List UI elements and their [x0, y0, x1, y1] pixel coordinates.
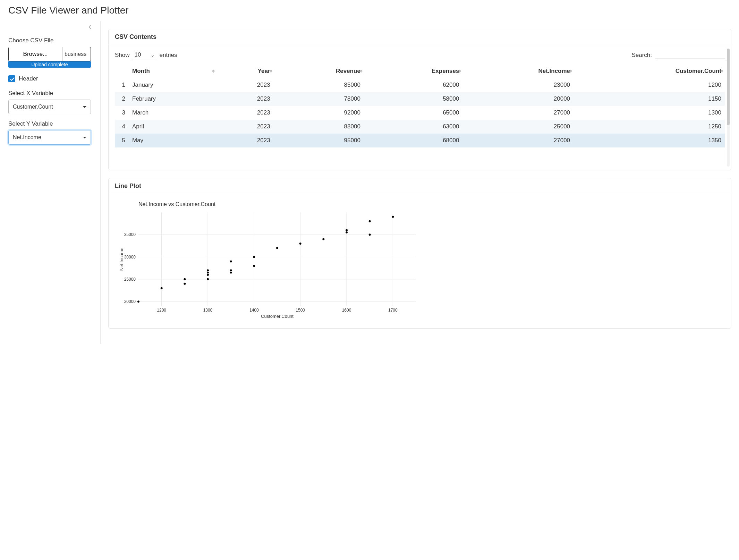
x-variable-label: Select X Variable [8, 90, 92, 97]
entries-value: 10 [135, 51, 141, 58]
table-cell: 92000 [274, 106, 364, 120]
table-cell: 78000 [274, 92, 364, 106]
table-cell: 27000 [462, 106, 574, 120]
table-cell: 65000 [364, 106, 463, 120]
svg-point-41 [369, 234, 371, 236]
sort-icon [569, 70, 572, 73]
search-input[interactable] [655, 51, 725, 59]
svg-point-36 [299, 243, 301, 245]
table-cell: 85000 [274, 78, 364, 92]
table-row[interactable]: 4April20238800063000250001250 [115, 120, 725, 134]
svg-text:1300: 1300 [203, 308, 213, 313]
svg-text:Customer.Count: Customer.Count [261, 314, 294, 319]
svg-text:1400: 1400 [249, 308, 259, 313]
row-index: 3 [115, 106, 129, 120]
upload-progress-bar: Upload complete [8, 61, 91, 68]
header-checkbox[interactable] [8, 75, 15, 82]
svg-point-33 [253, 256, 255, 258]
table-cell: 1300 [574, 106, 725, 120]
file-name-display: business [62, 47, 91, 61]
svg-point-22 [137, 300, 139, 303]
column-header[interactable]: Year [216, 64, 274, 78]
svg-point-38 [346, 229, 348, 231]
sort-icon [360, 70, 363, 73]
table-cell: 1150 [574, 92, 725, 106]
page-title: CSV File Viewer and Plotter [8, 5, 731, 16]
table-cell: April [129, 120, 216, 134]
scrollbar-thumb[interactable] [727, 49, 730, 125]
column-header[interactable]: Revenue [274, 64, 364, 78]
svg-text:1700: 1700 [388, 308, 398, 313]
svg-point-37 [322, 238, 324, 240]
row-index: 5 [115, 134, 129, 147]
y-variable-label: Select Y Variable [8, 120, 92, 127]
caret-down-icon [83, 106, 86, 108]
table-row[interactable]: 3March20239200065000270001300 [115, 106, 725, 120]
chevron-down-icon: ⌄ [151, 52, 155, 58]
csv-panel-title: CSV Contents [109, 29, 731, 45]
table-cell: 2023 [216, 92, 274, 106]
show-label: Show [115, 52, 130, 59]
row-index: 1 [115, 78, 129, 92]
svg-point-31 [230, 272, 232, 274]
table-row[interactable]: 2February20237800058000200001150 [115, 92, 725, 106]
row-index: 4 [115, 120, 129, 134]
table-cell: 88000 [274, 120, 364, 134]
table-cell: 62000 [364, 78, 463, 92]
table-cell: January [129, 78, 216, 92]
table-cell: 2023 [216, 120, 274, 134]
svg-point-27 [207, 272, 209, 274]
table-cell: 1350 [574, 134, 725, 147]
line-plot-panel: Line Plot Net.Income vs Customer.Count 1… [108, 178, 731, 329]
column-header[interactable]: Customer.Count [574, 64, 725, 78]
file-input-label: Choose CSV File [8, 37, 92, 44]
row-index: 2 [115, 92, 129, 106]
browse-button[interactable]: Browse... [9, 47, 62, 61]
table-cell: 68000 [364, 134, 463, 147]
svg-text:1600: 1600 [342, 308, 351, 313]
svg-point-24 [184, 278, 186, 280]
table-cell: 1200 [574, 78, 725, 92]
table-row[interactable]: 1January20238500062000230001200 [115, 78, 725, 92]
x-variable-select[interactable]: Customer.Count [8, 100, 91, 114]
header-checkbox-label: Header [19, 75, 38, 82]
svg-point-23 [161, 287, 163, 289]
svg-text:Net.Income: Net.Income [119, 248, 124, 271]
table-cell: 2023 [216, 78, 274, 92]
y-variable-value: Net.Income [13, 134, 41, 141]
table-cell: May [129, 134, 216, 147]
column-header[interactable]: Expenses [364, 64, 463, 78]
table-cell: 2023 [216, 106, 274, 120]
csv-table: MonthYearRevenueExpensesNet.IncomeCustom… [115, 64, 725, 147]
sidebar: Choose CSV File Browse... business Uploa… [0, 21, 101, 344]
table-cell: 1250 [574, 120, 725, 134]
y-variable-select[interactable]: Net.Income [8, 130, 91, 145]
plot-panel-title: Line Plot [109, 178, 731, 194]
svg-point-30 [230, 269, 232, 271]
scrollbar[interactable] [727, 49, 730, 167]
table-row[interactable]: 5May20239500068000270001350 [115, 134, 725, 147]
chart-title: Net.Income vs Customer.Count [138, 201, 722, 207]
svg-text:30000: 30000 [124, 255, 136, 260]
column-header[interactable]: Month [129, 64, 216, 78]
table-cell: 58000 [364, 92, 463, 106]
table-cell: February [129, 92, 216, 106]
svg-point-32 [230, 260, 232, 262]
entries-select[interactable]: 10 ⌄ [133, 51, 157, 59]
sort-icon [721, 70, 723, 73]
svg-text:20000: 20000 [124, 299, 136, 304]
sort-icon [270, 70, 272, 73]
table-cell: 20000 [462, 92, 574, 106]
column-header[interactable]: Net.Income [462, 64, 574, 78]
svg-point-25 [184, 283, 186, 285]
sort-icon [212, 70, 215, 73]
table-cell: March [129, 106, 216, 120]
sort-icon [458, 70, 461, 73]
table-cell: 95000 [274, 134, 364, 147]
scatter-chart: 1200130014001500160017002000025000300003… [118, 209, 423, 320]
collapse-sidebar-icon[interactable] [88, 25, 93, 31]
svg-point-42 [392, 216, 394, 218]
svg-point-35 [276, 247, 278, 249]
svg-point-39 [346, 231, 348, 234]
caret-down-icon [83, 137, 86, 138]
